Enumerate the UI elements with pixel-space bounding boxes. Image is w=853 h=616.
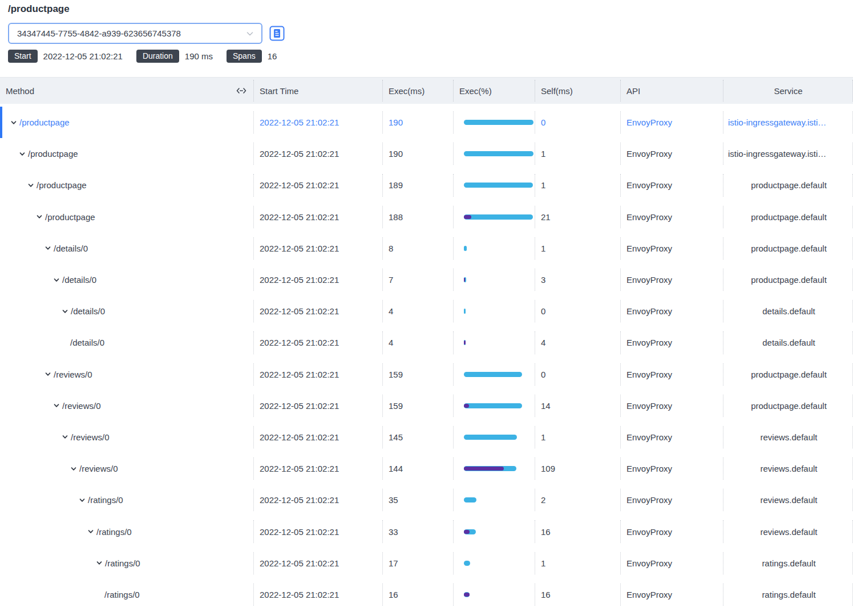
start-time-cell: 2022-12-05 21:02:21 xyxy=(254,264,383,295)
table-row[interactable]: /reviews/0 2022-12-05 21:02:21 159 14 En… xyxy=(0,390,853,422)
chevron-down-icon[interactable] xyxy=(53,402,60,409)
chevron-down-icon[interactable] xyxy=(36,213,43,220)
exec-percent-bar xyxy=(464,120,533,125)
chevron-down-icon[interactable] xyxy=(19,151,26,157)
method-cell: /productpage xyxy=(0,107,254,138)
table-row[interactable]: /productpage 2022-12-05 21:02:21 189 1 E… xyxy=(0,169,853,201)
chevron-down-icon[interactable] xyxy=(10,119,17,126)
exec-percent-bar xyxy=(464,497,533,502)
exec-ms-cell: 144 xyxy=(383,453,454,484)
method-label: /details/0 xyxy=(70,338,104,347)
service-cell: productpage.default xyxy=(723,233,853,264)
header-api: API xyxy=(621,78,723,104)
exec-pct-cell xyxy=(454,233,535,264)
api-cell: EnvoyProxy xyxy=(621,233,723,264)
self-ms-cell: 2 xyxy=(535,484,621,516)
start-time-cell: 2022-12-05 21:02:21 xyxy=(254,201,383,233)
chevron-down-icon[interactable] xyxy=(96,560,103,566)
api-cell: EnvoyProxy xyxy=(621,169,723,201)
table-row[interactable]: /productpage 2022-12-05 21:02:21 188 21 … xyxy=(0,201,853,233)
method-label: /productpage xyxy=(19,117,70,127)
start-time-cell: 2022-12-05 21:02:21 xyxy=(254,422,383,453)
service-cell: reviews.default xyxy=(723,453,853,484)
chevron-down-icon[interactable] xyxy=(79,497,86,504)
chevron-down-icon[interactable] xyxy=(62,433,68,440)
exec-percent-bar xyxy=(464,151,533,156)
table-row[interactable]: /reviews/0 2022-12-05 21:02:21 144 109 E… xyxy=(0,453,853,484)
method-cell: /ratings/0 xyxy=(0,484,254,516)
exec-ms-cell: 16 xyxy=(383,579,454,610)
api-cell: EnvoyProxy xyxy=(621,453,723,484)
start-time-cell: 2022-12-05 21:02:21 xyxy=(254,516,383,547)
chevron-down-icon[interactable] xyxy=(87,528,94,535)
api-cell: EnvoyProxy xyxy=(621,422,723,453)
exec-ms-cell: 190 xyxy=(383,107,454,138)
table-row[interactable]: /ratings/0 2022-12-05 21:02:21 33 16 Env… xyxy=(0,516,853,547)
chevron-down-icon[interactable] xyxy=(45,245,51,252)
self-ms-cell: 1 xyxy=(535,138,621,169)
exec-ms-cell: 4 xyxy=(383,295,454,327)
chevron-down-icon[interactable] xyxy=(45,371,51,378)
horizontal-resize-icon[interactable] xyxy=(236,87,247,94)
method-cell: /details/0 xyxy=(0,327,254,358)
self-time-bar xyxy=(464,278,465,282)
self-ms-cell: 0 xyxy=(535,295,621,327)
header-method-label: Method xyxy=(6,86,34,96)
table-row[interactable]: /ratings/0 2022-12-05 21:02:21 35 2 Envo… xyxy=(0,484,853,516)
start-time-cell: 2022-12-05 21:02:21 xyxy=(254,327,383,358)
exec-total-bar xyxy=(464,214,533,220)
service-cell: productpage.default xyxy=(723,169,853,201)
header-exec-ms: Exec(ms) xyxy=(383,78,454,104)
method-label: /details/0 xyxy=(54,244,88,253)
chevron-down-icon[interactable] xyxy=(70,465,77,472)
method-label: /reviews/0 xyxy=(71,432,110,442)
table-row[interactable]: /productpage 2022-12-05 21:02:21 190 1 E… xyxy=(0,138,853,169)
start-time-cell: 2022-12-05 21:02:21 xyxy=(254,579,383,610)
self-time-bar xyxy=(464,215,471,219)
exec-pct-cell xyxy=(454,453,535,484)
method-cell: /details/0 xyxy=(0,295,254,327)
spans-value: 16 xyxy=(268,51,277,61)
table-row[interactable]: /details/0 2022-12-05 21:02:21 4 0 Envoy… xyxy=(0,295,853,327)
table-row[interactable]: /details/0 2022-12-05 21:02:21 4 4 Envoy… xyxy=(0,327,853,358)
self-ms-cell: 16 xyxy=(535,516,621,547)
table-row[interactable]: /reviews/0 2022-12-05 21:02:21 145 1 Env… xyxy=(0,422,853,453)
exec-percent-bar xyxy=(464,529,533,534)
header-exec-pct: Exec(%) xyxy=(454,78,535,104)
trace-id-value: 34347445-7755-4842-a939-623656745378 xyxy=(17,29,181,38)
exec-percent-bar xyxy=(464,309,533,314)
table-row[interactable]: /productpage 2022-12-05 21:02:21 190 0 E… xyxy=(0,107,853,138)
method-cell: /productpage xyxy=(0,169,254,201)
api-cell: EnvoyProxy xyxy=(621,548,723,579)
chevron-down-icon[interactable] xyxy=(53,277,60,283)
self-ms-cell: 0 xyxy=(535,359,621,390)
trace-id-select[interactable]: 34347445-7755-4842-a939-623656745378 xyxy=(8,23,262,44)
table-row[interactable]: /ratings/0 2022-12-05 21:02:21 17 1 Envo… xyxy=(0,548,853,579)
self-ms-cell: 21 xyxy=(535,201,621,233)
copy-trace-id-button[interactable] xyxy=(269,26,285,41)
self-time-bar xyxy=(464,404,469,408)
method-cell: /reviews/0 xyxy=(0,422,254,453)
method-label: /ratings/0 xyxy=(96,527,132,537)
table-row[interactable]: /ratings/0 2022-12-05 21:02:21 16 16 Env… xyxy=(0,579,853,610)
exec-ms-cell: 7 xyxy=(383,264,454,295)
exec-ms-cell: 190 xyxy=(383,138,454,169)
api-cell: EnvoyProxy xyxy=(621,327,723,358)
exec-pct-cell xyxy=(454,327,535,358)
exec-total-bar xyxy=(464,120,533,125)
chevron-down-icon[interactable] xyxy=(62,308,68,315)
table-row[interactable]: /details/0 2022-12-05 21:02:21 7 3 Envoy… xyxy=(0,264,853,295)
start-badge: Start xyxy=(8,50,38,63)
table-row[interactable]: /reviews/0 2022-12-05 21:02:21 159 0 Env… xyxy=(0,359,853,390)
method-label: /details/0 xyxy=(71,306,105,316)
exec-total-bar xyxy=(464,309,466,314)
self-time-bar xyxy=(464,467,504,471)
exec-percent-bar xyxy=(464,466,533,471)
start-time-cell: 2022-12-05 21:02:21 xyxy=(254,169,383,201)
exec-pct-cell xyxy=(454,264,535,295)
exec-pct-cell xyxy=(454,579,535,610)
chevron-down-icon[interactable] xyxy=(27,182,34,189)
exec-percent-bar xyxy=(464,592,533,597)
table-row[interactable]: /details/0 2022-12-05 21:02:21 8 1 Envoy… xyxy=(0,233,853,264)
method-label: /ratings/0 xyxy=(105,558,140,568)
